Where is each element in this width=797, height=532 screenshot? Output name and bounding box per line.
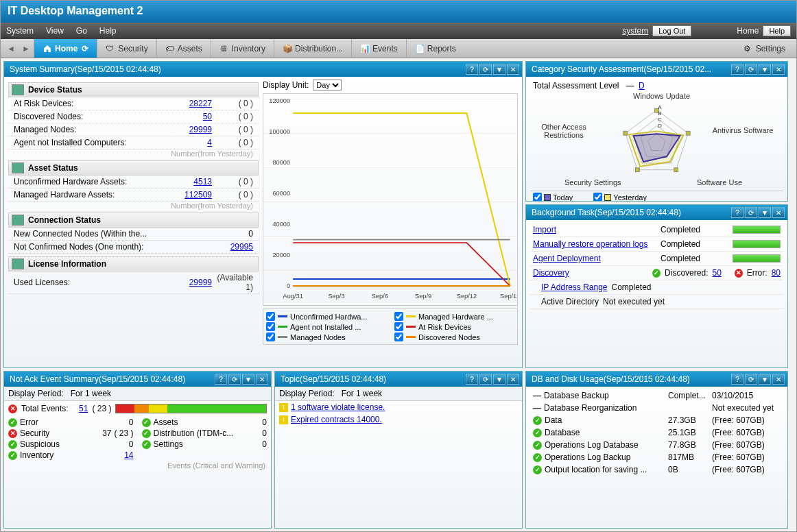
total-events-link[interactable]: 51	[79, 404, 88, 413]
err-icon: ✕	[8, 429, 17, 438]
task-name-link[interactable]: Agent Deployment	[533, 254, 656, 263]
menu-go[interactable]: Go	[76, 26, 87, 36]
db-row: ✓Output location for saving ...0B(Free: …	[530, 463, 783, 476]
panel-help-icon[interactable]: ?	[731, 64, 744, 75]
legend-checkbox[interactable]	[394, 312, 403, 321]
total-assessment-link[interactable]: D	[639, 81, 645, 90]
svg-text:Sep/9: Sep/9	[415, 293, 431, 300]
menu-view[interactable]: View	[46, 26, 64, 36]
value-link[interactable]: 28227	[171, 99, 212, 108]
panel-close-icon[interactable]: ✕	[772, 207, 785, 218]
value-link[interactable]: 29999	[171, 278, 212, 287]
panel-dropdown-icon[interactable]: ▼	[759, 374, 771, 385]
panel-help-icon[interactable]: ?	[731, 374, 744, 385]
panel-dropdown-icon[interactable]: ▼	[493, 374, 505, 385]
logout-button[interactable]: Log Out	[652, 25, 691, 36]
back-arrow-icon[interactable]: ◄	[3, 39, 19, 58]
task-name-link[interactable]: Manually restore operation logs	[533, 239, 656, 249]
panel-help-icon[interactable]: ?	[215, 374, 227, 385]
panel-refresh-icon[interactable]: ⟳	[479, 64, 492, 75]
tab-assets[interactable]: 🏷 Assets	[156, 39, 211, 58]
event-item: ✓Assets0	[142, 418, 267, 427]
error-icon: ✕	[735, 269, 743, 278]
panel-refresh-icon[interactable]: ⟳	[745, 374, 757, 385]
shield-icon: 🛡	[106, 44, 115, 53]
display-unit-select[interactable]: Day	[313, 80, 342, 90]
value-link[interactable]: 4513	[171, 177, 212, 186]
svg-text:20000: 20000	[272, 252, 290, 258]
legend-checkbox[interactable]	[394, 332, 403, 341]
panel-close-icon[interactable]: ✕	[507, 64, 519, 75]
svg-text:Aug/31: Aug/31	[283, 293, 303, 300]
legend-item[interactable]: Managed Nodes	[266, 332, 386, 341]
discovered-count-link[interactable]: 50	[712, 268, 721, 278]
panel-help-icon[interactable]: ?	[731, 207, 744, 218]
value-link[interactable]: 29995	[212, 242, 253, 252]
report-icon: 📄	[415, 44, 425, 53]
panel-refresh-icon[interactable]: ⟳	[228, 374, 241, 385]
forward-arrow-icon[interactable]: ►	[19, 39, 34, 58]
panel-help-icon[interactable]: ?	[466, 374, 478, 385]
kv-row: Unconfirmed Hardware Assets:4513( 0 )	[8, 176, 259, 189]
topic-link[interactable]: 1 software violate license.	[291, 402, 385, 412]
legend-item[interactable]: Agent not Installed ...	[266, 322, 386, 331]
tab-distribution[interactable]: 📦 Distribution...	[274, 39, 351, 58]
tab-inventory[interactable]: 🖥 Inventory	[211, 39, 274, 58]
legend-swatch	[278, 326, 287, 328]
help-button[interactable]: Help	[763, 25, 791, 36]
task-name-link[interactable]: Import	[533, 225, 656, 234]
progress-bar	[733, 240, 781, 248]
legend-checkbox[interactable]	[266, 322, 275, 331]
tab-security[interactable]: 🛡 Security	[97, 39, 156, 58]
tab-events[interactable]: 📊 Events	[351, 39, 406, 58]
tab-home[interactable]: Home ⟳	[34, 39, 97, 58]
panel-dropdown-icon[interactable]: ▼	[759, 64, 771, 75]
panel-refresh-icon[interactable]: ⟳	[745, 64, 757, 75]
refresh-icon[interactable]: ⟳	[82, 44, 88, 53]
task-name-link[interactable]: IP Address Range	[541, 282, 608, 292]
radar-today-checkbox[interactable]: Today	[533, 193, 573, 201]
panel-dropdown-icon[interactable]: ▼	[493, 64, 505, 75]
task-name-link[interactable]: Discovery	[533, 268, 648, 278]
panel-dropdown-icon[interactable]: ▼	[759, 207, 771, 218]
event-item: ✓Settings0	[142, 439, 267, 449]
system-link[interactable]: system	[622, 26, 648, 36]
legend-checkbox[interactable]	[266, 312, 275, 321]
menu-help[interactable]: Help	[99, 26, 117, 36]
value-link[interactable]: 112509	[171, 190, 212, 200]
legend-checkbox[interactable]	[394, 322, 403, 331]
legend-item[interactable]: Discovered Nodes	[394, 332, 514, 341]
menu-system[interactable]: System	[6, 26, 34, 36]
radar-yesterday-checkbox[interactable]: Yesterday	[593, 193, 647, 201]
svg-text:80000: 80000	[272, 159, 290, 166]
license-info-icon	[12, 258, 24, 269]
error-count-link[interactable]: 80	[772, 268, 781, 278]
panel-refresh-icon[interactable]: ⟳	[745, 207, 757, 218]
value-link[interactable]: 4	[171, 138, 212, 147]
legend-item[interactable]: Unconfirmed Hardwa...	[266, 312, 386, 321]
value-link[interactable]: 29999	[171, 125, 212, 134]
legend-item[interactable]: At Risk Devices	[394, 322, 514, 331]
event-value-link[interactable]: 14	[124, 450, 133, 460]
panel-close-icon[interactable]: ✕	[256, 374, 268, 385]
panel-close-icon[interactable]: ✕	[507, 374, 519, 385]
value-link[interactable]: 50	[171, 112, 212, 121]
panel-refresh-icon[interactable]: ⟳	[479, 374, 492, 385]
svg-text:Sep/3: Sep/3	[328, 293, 344, 300]
bar-segment	[116, 404, 134, 413]
legend-checkbox[interactable]	[266, 332, 275, 341]
section-connection-status: Connection Status	[8, 213, 259, 228]
toolbar: ◄ ► Home ⟳ 🛡 Security 🏷 Assets 🖥 Invento…	[1, 39, 796, 58]
chart-legend: Unconfirmed Hardwa...Managed Hardware ..…	[263, 309, 518, 345]
tab-reports[interactable]: 📄 Reports	[406, 39, 464, 58]
topic-link[interactable]: Expired contracts 14000.	[291, 415, 382, 424]
panel-dropdown-icon[interactable]: ▼	[242, 374, 254, 385]
panel-close-icon[interactable]: ✕	[772, 374, 785, 385]
ok-icon: ✓	[8, 418, 17, 427]
panel-help-icon[interactable]: ?	[466, 64, 478, 75]
svg-text:120000: 120000	[269, 97, 290, 104]
menu-home[interactable]: Home	[737, 26, 759, 36]
panel-close-icon[interactable]: ✕	[772, 64, 785, 75]
tab-settings[interactable]: ⚙ Settings	[735, 39, 794, 58]
legend-item[interactable]: Managed Hardware ...	[394, 312, 514, 321]
